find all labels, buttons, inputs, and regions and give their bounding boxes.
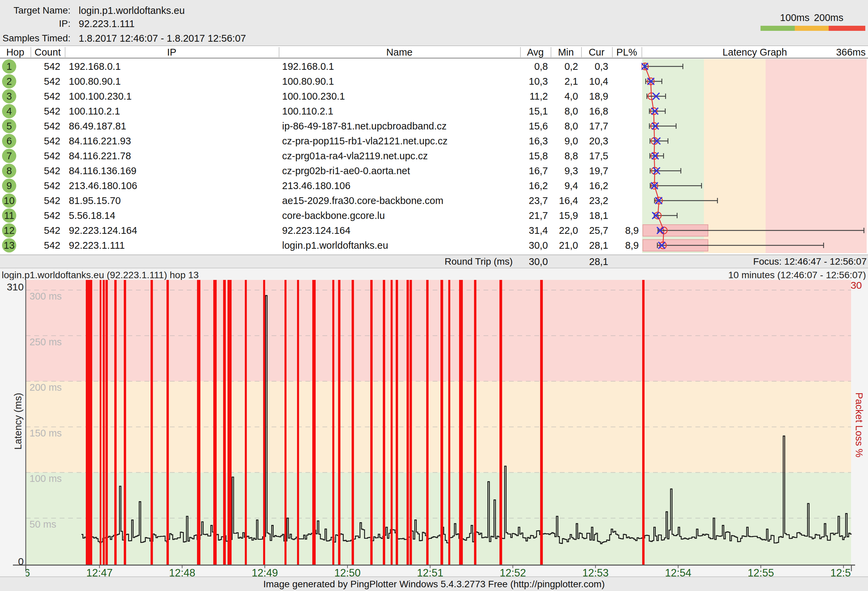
svg-text:100 ms: 100 ms [30,473,62,484]
svg-text:12:46: 12:46 [4,567,30,577]
svg-text:250 ms: 250 ms [30,336,62,347]
svg-text:12:49: 12:49 [252,567,278,577]
svg-text:12:47: 12:47 [86,567,113,577]
svg-text:30: 30 [851,280,862,291]
svg-text:12:52: 12:52 [500,567,526,577]
svg-text:Packet Loss %: Packet Loss % [854,392,865,457]
svg-text:300 ms: 300 ms [30,291,62,302]
svg-text:12:56: 12:56 [830,567,857,577]
svg-text:12:51: 12:51 [417,567,443,577]
svg-text:12:50: 12:50 [334,567,361,577]
svg-text:200 ms: 200 ms [30,382,62,393]
svg-text:12:53: 12:53 [583,567,609,577]
svg-text:0: 0 [18,556,24,567]
svg-text:12:54: 12:54 [665,567,691,577]
svg-text:50 ms: 50 ms [30,519,56,530]
svg-text:12:55: 12:55 [748,567,774,577]
svg-text:Latency (ms): Latency (ms) [13,393,24,450]
svg-text:12:48: 12:48 [169,567,195,577]
svg-text:310: 310 [7,281,24,292]
svg-text:150 ms: 150 ms [30,427,62,439]
